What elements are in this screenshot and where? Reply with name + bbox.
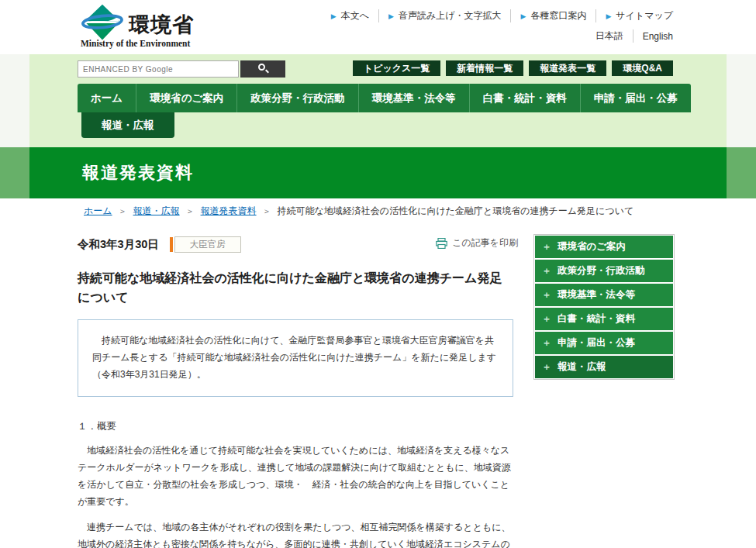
section-1-heading: １．概要 <box>78 420 513 433</box>
sidebar-item-applications[interactable]: ＋ 申請・届出・公募 <box>535 332 673 354</box>
main-area: 令和3年3月30日 大臣官房 この記事を印刷 持続可能な地域経済社会の活性化に向… <box>0 223 756 548</box>
breadcrumb-separator: ＞ <box>119 205 127 217</box>
category-accent-bar <box>170 237 173 252</box>
sidebar-item-label: 環境省のご案内 <box>558 240 626 253</box>
arrow-icon: ▶ <box>520 12 526 20</box>
sidebar-menu: ＋ 環境省のご案内 ＋ 政策分野・行政活動 ＋ 環境基準・法令等 ＋ 白書・統計… <box>533 234 675 380</box>
sidebar: ＋ 環境省のご案内 ＋ 政策分野・行政活動 ＋ 環境基準・法令等 ＋ 白書・統計… <box>533 234 675 548</box>
right-gutter <box>727 54 756 147</box>
band-left-edge <box>0 147 29 198</box>
site-header: 環境省 Ministry of the Environment ▶本文へ ▶音声… <box>0 0 756 54</box>
nav-standards-laws[interactable]: 環境基準・法令等 <box>359 84 470 112</box>
sidebar-item-policy[interactable]: ＋ 政策分野・行政活動 <box>535 260 673 282</box>
sidebar-item-label: 白書・統計・資料 <box>558 312 635 326</box>
quick-link-label: サイトマップ <box>616 9 673 22</box>
band-right-edge <box>727 147 756 198</box>
sidebar-item-label: 報道・広報 <box>558 360 606 374</box>
breadcrumb-separator: ＞ <box>263 205 271 217</box>
sidebar-item-press[interactable]: ＋ 報道・広報 <box>535 356 673 378</box>
print-label: この記事を印刷 <box>452 236 518 250</box>
band-center: 報道発表資料 <box>29 147 727 198</box>
topics-list-button[interactable]: トピックス一覧 <box>353 60 440 76</box>
nav-about[interactable]: 環境省のご案内 <box>136 84 237 112</box>
breadcrumb-home[interactable]: ホーム <box>84 205 112 218</box>
quick-buttons: トピックス一覧 新着情報一覧 報道発表一覧 環境Q&A <box>347 60 673 76</box>
page-title: 報道発表資料 <box>29 161 194 184</box>
quick-link-label: 各種窓口案内 <box>530 9 586 22</box>
link-to-main-text[interactable]: ▶本文へ <box>322 9 379 22</box>
sub-navigation: 報道・広報 <box>81 112 174 138</box>
nav-whitepapers-stats[interactable]: 白書・統計・資料 <box>470 84 581 112</box>
new-info-list-button[interactable]: 新着情報一覧 <box>446 60 523 76</box>
arrow-icon: ▶ <box>388 12 394 20</box>
nav-tab-press[interactable]: 報道・広報 <box>81 112 174 138</box>
green-zone-center: トピックス一覧 新着情報一覧 報道発表一覧 環境Q&A ホーム 環境省のご案内 … <box>29 54 727 147</box>
link-text-to-speech[interactable]: ▶音声読み上げ・文字拡大 <box>379 9 511 22</box>
sidebar-item-label: 政策分野・行政活動 <box>558 264 645 277</box>
lang-japanese[interactable]: 日本語 <box>586 29 633 43</box>
article-lead-box: 持続可能な地域経済社会の活性化に向けて、金融庁監督局参事官と環境省大臣官房審議官… <box>78 319 513 397</box>
nav-policy[interactable]: 政策分野・行政活動 <box>237 84 359 112</box>
press-release-list-button[interactable]: 報道発表一覧 <box>529 60 606 76</box>
sidebar-item-label: 環境基準・法令等 <box>558 288 635 302</box>
breadcrumb-press-materials[interactable]: 報道発表資料 <box>201 205 257 218</box>
expand-icon: ＋ <box>542 336 551 350</box>
category-badge[interactable]: 大臣官房 <box>174 236 241 253</box>
header-quick-links: ▶本文へ ▶音声読み上げ・文字拡大 ▶各種窓口案内 ▶サイトマップ <box>322 9 673 22</box>
sidebar-item-about[interactable]: ＋ 環境省のご案内 <box>535 236 673 258</box>
article-date: 令和3年3月30日 <box>78 237 159 252</box>
sidebar-item-label: 申請・届出・公募 <box>558 336 635 350</box>
printer-icon <box>436 238 447 249</box>
breadcrumb-separator: ＞ <box>186 205 195 217</box>
link-sitemap[interactable]: ▶サイトマップ <box>596 9 673 22</box>
breadcrumb-current: 持続可能な地域経済社会の活性化に向けた金融庁と環境省の連携チーム発足について <box>278 205 634 218</box>
header-green-zone: トピックス一覧 新着情報一覧 報道発表一覧 環境Q&A ホーム 環境省のご案内 … <box>0 54 756 147</box>
arrow-icon: ▶ <box>606 12 611 20</box>
ministry-name: 環境省 <box>129 11 194 39</box>
expand-icon: ＋ <box>542 288 551 302</box>
page-title-band: 報道発表資料 <box>0 147 756 198</box>
article-title: 持続可能な地域経済社会の活性化に向けた金融庁と環境省の連携チーム発足について <box>78 268 513 307</box>
expand-icon: ＋ <box>542 360 551 374</box>
environment-qa-button[interactable]: 環境Q&A <box>612 60 673 76</box>
lang-english[interactable]: English <box>633 31 673 42</box>
ministry-name-en: Ministry of the Environment <box>81 39 190 48</box>
expand-icon: ＋ <box>542 240 551 253</box>
nav-applications[interactable]: 申請・届出・公募 <box>581 84 691 112</box>
nav-home[interactable]: ホーム <box>78 84 136 112</box>
ministry-logo-icon <box>81 3 124 42</box>
expand-icon: ＋ <box>542 312 551 326</box>
main-navigation: ホーム 環境省のご案内 政策分野・行政活動 環境基準・法令等 白書・統計・資料 … <box>78 84 691 112</box>
search-input[interactable] <box>78 60 239 78</box>
article-content: 令和3年3月30日 大臣官房 この記事を印刷 持続可能な地域経済社会の活性化に向… <box>78 223 513 548</box>
language-switcher: 日本語 English <box>586 29 673 43</box>
article-meta: 令和3年3月30日 大臣官房 この記事を印刷 <box>78 234 513 254</box>
left-gutter <box>0 54 29 147</box>
search-button[interactable] <box>240 60 285 78</box>
arrow-icon: ▶ <box>331 12 337 20</box>
article-paragraph-2: 連携チームでは、地域の各主体がそれぞれの役割を果たしつつ、相互補完関係を構築する… <box>78 519 513 548</box>
print-article-link[interactable]: この記事を印刷 <box>436 236 518 250</box>
sidebar-item-whitepapers-stats[interactable]: ＋ 白書・統計・資料 <box>535 308 673 330</box>
quick-link-label: 音声読み上げ・文字拡大 <box>399 9 502 22</box>
expand-icon: ＋ <box>542 264 551 277</box>
link-contact-windows[interactable]: ▶各種窓口案内 <box>511 9 596 22</box>
ministry-logo[interactable]: 環境省 Ministry of the Environment <box>81 3 259 51</box>
article-paragraph-1: 地域経済社会の活性化を通じて持続可能な社会を実現していくためには、地域経済を支え… <box>78 442 513 510</box>
breadcrumb: ホーム ＞ 報道・広報 ＞ 報道発表資料 ＞ 持続可能な地域経済社会の活性化に向… <box>0 198 756 223</box>
breadcrumb-press[interactable]: 報道・広報 <box>133 205 180 218</box>
sidebar-item-standards-laws[interactable]: ＋ 環境基準・法令等 <box>535 284 673 306</box>
search-icon <box>258 64 265 71</box>
quick-link-label: 本文へ <box>341 9 369 22</box>
site-search <box>78 60 285 78</box>
